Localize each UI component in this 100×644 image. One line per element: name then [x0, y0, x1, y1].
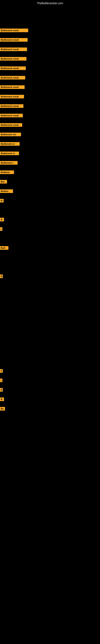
bottleneck-bar: Bottleneck result [0, 48, 27, 51]
bottleneck-bar: Bottleneck re [0, 142, 20, 146]
bottleneck-bar: Bo [0, 407, 5, 410]
bottleneck-bar: Bottleneck result [0, 104, 23, 108]
bottleneck-bar: Bottleneck result [0, 57, 26, 60]
bottleneck-bar: Bottleneck result [0, 66, 26, 70]
site-title: TheBottlenecker.com [0, 0, 100, 6]
bottleneck-bar: Bottleneck res [0, 132, 21, 136]
bottleneck-bar: B [0, 199, 3, 202]
bottleneck-bar: Bottlene [0, 170, 14, 174]
bottleneck-bar: Bottleneck r [0, 161, 18, 164]
bottleneck-bar: Bottleneck result [0, 95, 24, 98]
bottleneck-bar: Bottleneck result [0, 76, 25, 80]
bottleneck-bar: Bottleneck result [0, 28, 28, 32]
bottleneck-bar: Bottleneck result [0, 85, 25, 89]
bottleneck-bar: Bot [0, 180, 7, 184]
bottleneck-bar: Bottleneck result [0, 114, 23, 117]
bottleneck-bar: B [0, 218, 4, 222]
bottleneck-bar: E [0, 274, 3, 278]
bottleneck-bar: E [0, 388, 3, 392]
bottleneck-bar: Bottlen [0, 190, 13, 193]
bottleneck-bar: Bottleneck result [0, 38, 28, 42]
bottleneck-bar: | [0, 378, 2, 382]
bottleneck-bar: Bottleneck result [0, 123, 22, 127]
bottleneck-bar: Bott [0, 246, 8, 250]
bottleneck-bar: Bottleneck re [0, 152, 19, 155]
bottleneck-bar: | [0, 227, 2, 231]
bottleneck-bar: F [0, 369, 3, 373]
bottleneck-bar: B [0, 398, 4, 401]
